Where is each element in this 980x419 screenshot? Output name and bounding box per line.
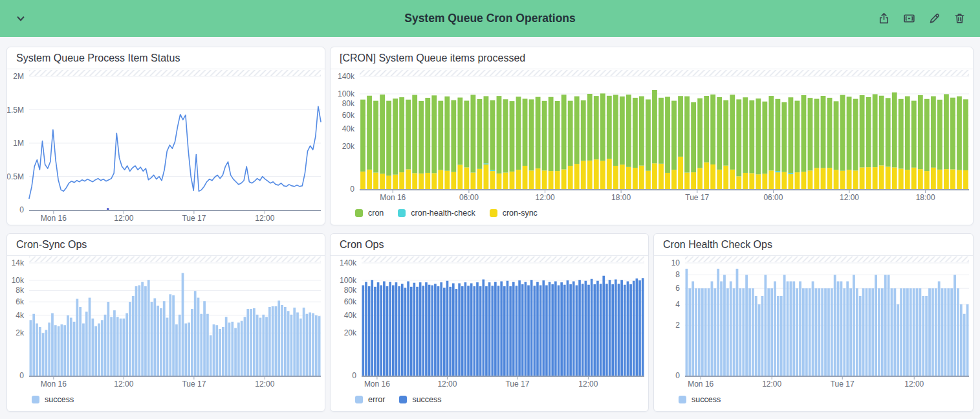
gridlines bbox=[29, 76, 321, 177]
gridlines bbox=[29, 263, 321, 333]
svg-text:100k: 100k bbox=[340, 276, 357, 285]
legend-swatch bbox=[679, 396, 686, 403]
svg-text:4: 4 bbox=[675, 300, 680, 309]
chart-legend: croncron-health-checkcron-sync bbox=[331, 204, 973, 225]
legend-label: error bbox=[368, 395, 385, 404]
svg-text:12:00: 12:00 bbox=[578, 379, 598, 389]
legend-label: success bbox=[691, 395, 721, 404]
legend-swatch bbox=[355, 396, 363, 403]
share-icon bbox=[878, 12, 890, 25]
svg-text:40k: 40k bbox=[344, 311, 357, 320]
svg-text:20k: 20k bbox=[342, 142, 355, 151]
svg-text:12:00: 12:00 bbox=[114, 214, 133, 223]
bar-chart-area: 14k10k8k6k4k2k0Mon 1612:00Tue 1712:00 bbox=[7, 256, 325, 391]
legend-item-success[interactable]: success bbox=[32, 395, 74, 404]
legend-swatch bbox=[398, 209, 406, 217]
svg-text:0: 0 bbox=[675, 371, 680, 380]
svg-text:Tue 17: Tue 17 bbox=[505, 379, 529, 389]
svg-text:06:00: 06:00 bbox=[459, 193, 479, 202]
legend-label: cron-sync bbox=[503, 209, 538, 218]
out-of-domain-hatch bbox=[29, 70, 321, 76]
legend-item-cron-sync[interactable]: cron-sync bbox=[490, 209, 538, 218]
system-queue-process-item-status-chart[interactable]: 2M1.5M1M0.5M0Mon 1612:00Tue 1712:00 bbox=[7, 69, 325, 225]
svg-text:Tue 17: Tue 17 bbox=[831, 379, 855, 389]
edit-button[interactable] bbox=[926, 10, 943, 27]
svg-text:40k: 40k bbox=[342, 124, 355, 133]
svg-text:18:00: 18:00 bbox=[611, 193, 631, 202]
collapse-button[interactable] bbox=[12, 10, 30, 28]
cron-items-processed-chart[interactable]: 140k100k80k60k40k20k0Mon 1606:0012:0018:… bbox=[331, 69, 973, 204]
svg-text:Mon 16: Mon 16 bbox=[688, 379, 713, 389]
svg-text:12:00: 12:00 bbox=[114, 379, 133, 389]
panel-cron-health-check-ops: Cron Health Check Ops 1086420Mon 1612:00… bbox=[653, 233, 974, 412]
legend-swatch bbox=[490, 209, 497, 217]
cron-health-check-ops-chart[interactable]: 1086420Mon 1612:00Tue 1712:00 bbox=[654, 256, 973, 391]
clone-button[interactable] bbox=[900, 10, 918, 27]
svg-text:1.5M: 1.5M bbox=[7, 106, 24, 115]
svg-text:12:00: 12:00 bbox=[255, 379, 274, 389]
svg-text:Mon 16: Mon 16 bbox=[41, 379, 67, 389]
share-button[interactable] bbox=[875, 10, 893, 27]
svg-text:6k: 6k bbox=[16, 297, 25, 306]
legend-swatch bbox=[399, 396, 407, 403]
svg-text:Mon 16: Mon 16 bbox=[41, 214, 67, 223]
panel-system-queue-process-item-status: System Queue Process Item Status 2M1.5M1… bbox=[6, 47, 325, 225]
svg-text:60k: 60k bbox=[342, 111, 355, 120]
legend-item-cron[interactable]: cron bbox=[355, 209, 384, 218]
legend-item-success[interactable]: success bbox=[399, 395, 441, 404]
line-series-count[interactable] bbox=[29, 106, 321, 198]
dashboard-title: System Queue Cron Operations bbox=[0, 12, 980, 25]
dashboard-grid: System Queue Process Item Status 2M1.5M1… bbox=[0, 37, 980, 412]
svg-text:14k: 14k bbox=[12, 258, 25, 267]
legend-label: success bbox=[412, 395, 441, 404]
bar-series-success[interactable] bbox=[686, 269, 969, 376]
svg-text:18:00: 18:00 bbox=[916, 193, 935, 202]
delete-button[interactable] bbox=[951, 10, 968, 27]
cron-ops-chart[interactable]: 140k100k80k60k40k20k0Mon 1612:00Tue 1712… bbox=[331, 256, 648, 391]
svg-text:Mon 16: Mon 16 bbox=[380, 193, 406, 202]
svg-text:4k: 4k bbox=[16, 311, 25, 320]
legend-item-cron-health-check[interactable]: cron-health-check bbox=[398, 209, 475, 218]
svg-text:2k: 2k bbox=[16, 328, 25, 337]
svg-text:80k: 80k bbox=[344, 286, 357, 295]
legend-label: cron-health-check bbox=[411, 209, 475, 218]
legend-label: cron bbox=[368, 209, 384, 218]
panel-title: System Queue Process Item Status bbox=[7, 47, 325, 69]
stacked-bar-chart-area: 140k100k80k60k40k20k0Mon 1606:0012:0018:… bbox=[331, 69, 973, 204]
svg-text:12:00: 12:00 bbox=[536, 193, 555, 202]
panel-cron-sync-ops: Cron-Sync Ops 14k10k8k6k4k2k0Mon 1612:00… bbox=[6, 233, 325, 412]
out-of-domain-hatch bbox=[362, 256, 644, 262]
svg-text:100k: 100k bbox=[338, 89, 355, 98]
svg-text:0: 0 bbox=[352, 371, 356, 380]
svg-text:12:00: 12:00 bbox=[904, 379, 924, 389]
svg-text:12:00: 12:00 bbox=[437, 379, 457, 389]
svg-text:8k: 8k bbox=[16, 286, 25, 295]
x-axis-labels: Mon 1606:0012:0018:00Tue 1706:0012:0018:… bbox=[380, 190, 935, 202]
svg-text:Tue 17: Tue 17 bbox=[182, 379, 206, 389]
y-axis-labels: 140k100k80k60k40k20k0 bbox=[340, 258, 357, 380]
svg-text:12:00: 12:00 bbox=[762, 379, 781, 389]
legend-item-error[interactable]: error bbox=[355, 395, 385, 404]
svg-text:140k: 140k bbox=[340, 258, 357, 267]
svg-text:12:00: 12:00 bbox=[255, 214, 274, 223]
panel-title: Cron-Sync Ops bbox=[7, 234, 325, 256]
chart-legend: success bbox=[7, 391, 325, 411]
x-axis-labels: Mon 1612:00Tue 1712:00 bbox=[364, 377, 598, 389]
edit-icon bbox=[928, 12, 941, 25]
y-axis-labels: 14k10k8k6k4k2k0 bbox=[12, 258, 25, 380]
svg-text:8: 8 bbox=[675, 270, 680, 279]
bar-chart-area: 140k100k80k60k40k20k0Mon 1612:00Tue 1712… bbox=[331, 256, 648, 391]
panel-cron-ops: Cron Ops 140k100k80k60k40k20k0Mon 1612:0… bbox=[330, 233, 649, 412]
cron-sync-ops-chart[interactable]: 14k10k8k6k4k2k0Mon 1612:00Tue 1712:00 bbox=[7, 256, 325, 391]
out-of-domain-hatch bbox=[29, 256, 321, 262]
bar-series-cron[interactable] bbox=[360, 90, 968, 176]
svg-text:140k: 140k bbox=[338, 72, 355, 81]
svg-text:0: 0 bbox=[19, 371, 24, 380]
svg-text:0.5M: 0.5M bbox=[7, 172, 24, 181]
bar-series-success[interactable] bbox=[30, 273, 321, 376]
chart-legend: errorsuccess bbox=[331, 391, 648, 411]
legend-item-success[interactable]: success bbox=[679, 395, 721, 404]
svg-text:1M: 1M bbox=[13, 139, 24, 148]
svg-text:12:00: 12:00 bbox=[840, 193, 859, 202]
legend-swatch bbox=[355, 209, 363, 217]
